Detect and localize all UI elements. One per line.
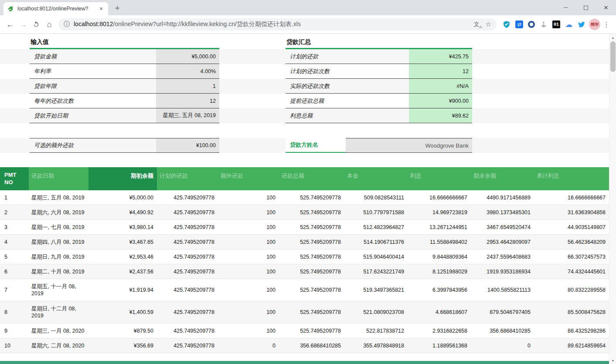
cell-scheduled-payment: 425.7495209778 bbox=[157, 249, 218, 264]
address-bar[interactable]: ⓘ localhost:8012/onlinePreview?url=http:… bbox=[58, 18, 497, 30]
profile-avatar[interactable]: 精华 bbox=[589, 19, 600, 30]
cell-interest: 6.3997843956 bbox=[408, 279, 471, 301]
new-tab-button[interactable]: + bbox=[112, 3, 123, 14]
cell-pmt-no: 5 bbox=[0, 249, 29, 264]
cell-principal: 512.4823964827 bbox=[344, 220, 408, 234]
col-header-scheduled-payment: 计划的还款 bbox=[157, 167, 218, 190]
input-label: 年利率 bbox=[30, 64, 156, 79]
tab-title: localhost:8012/onlinePreview? bbox=[17, 6, 94, 12]
cell-cumulative-interest: 16.6666666667 bbox=[534, 190, 609, 205]
cell-extra-payment: 100 bbox=[218, 279, 279, 301]
cell-total-payment: 525.7495209778 bbox=[279, 301, 344, 323]
input-value: ¥5,000.00 bbox=[156, 49, 219, 64]
cell-scheduled-payment: 425.7495209778 bbox=[157, 190, 218, 205]
cell-extra-payment: 100 bbox=[218, 220, 279, 234]
cell-begin-balance: ¥356.69 bbox=[88, 338, 157, 353]
cell-extra-payment: 100 bbox=[218, 264, 279, 279]
cell-end-balance: 2437.5596408683 bbox=[471, 249, 534, 264]
sheet-spacer-row bbox=[0, 153, 609, 167]
cell-total-payment: 525.7495209778 bbox=[279, 324, 344, 338]
cell-pmt-no: 4 bbox=[0, 235, 29, 249]
cell-date: 星期二, 十月 08, 2019 bbox=[29, 264, 88, 279]
browser-tab[interactable]: localhost:8012/onlinePreview? × bbox=[3, 2, 108, 15]
url-text: localhost:8012/onlinePreview?url=http://… bbox=[74, 20, 470, 28]
cell-begin-balance: ¥879.50 bbox=[88, 324, 157, 338]
close-button[interactable]: × bbox=[596, 0, 616, 15]
cloud-extension-icon[interactable]: ☁ bbox=[565, 20, 573, 28]
sheet-row: 贷款开始日期 星期三, 五月 08, 2019 利息总额 ¥89.62 bbox=[0, 108, 609, 123]
bird-extension-icon[interactable] bbox=[578, 20, 585, 28]
col-header-total-payment: 还款总额 bbox=[279, 167, 344, 190]
cell-principal: 522.817838712 bbox=[344, 324, 408, 338]
tab-close-icon[interactable]: × bbox=[98, 5, 105, 12]
input-value: 4.00% bbox=[156, 64, 219, 79]
cell-cumulative-interest: 31.6363904856 bbox=[534, 205, 609, 219]
ring-extension-icon[interactable] bbox=[528, 21, 535, 28]
cell-scheduled-payment: 425.7495209778 bbox=[157, 324, 218, 338]
cell-scheduled-payment: 425.7495209778 bbox=[157, 279, 218, 301]
bookmark-star-icon[interactable]: ☆ bbox=[486, 20, 491, 28]
scroll-down-icon[interactable]: ▼ bbox=[609, 357, 616, 364]
cell-end-balance: 356.6868410285 bbox=[471, 324, 534, 338]
cell-principal: 517.6243221749 bbox=[344, 264, 408, 279]
home-icon[interactable]: ⌂ bbox=[43, 18, 56, 31]
cell-date: 星期五, 十一月 08, 2019 bbox=[29, 279, 88, 301]
scroll-up-icon[interactable]: ▲ bbox=[609, 34, 616, 41]
cell-interest: 2.9316822658 bbox=[408, 324, 471, 338]
cell-pmt-no: 9 bbox=[0, 324, 29, 338]
cell-extra-payment: 0 bbox=[218, 338, 279, 353]
inputs-section-title: 输入值 bbox=[30, 37, 219, 49]
lender-name-label: 贷款方姓名 bbox=[286, 138, 346, 153]
cell-principal: 521.0809023708 bbox=[344, 301, 408, 323]
cell-pmt-no: 2 bbox=[0, 205, 29, 219]
cell-interest: 11.5588498402 bbox=[408, 235, 471, 249]
reload-icon[interactable] bbox=[30, 18, 43, 31]
col-header-end-balance: 期末余额 bbox=[471, 167, 534, 190]
maximize-button[interactable] bbox=[576, 0, 596, 15]
amortization-row: 5 星期日, 九月 08, 2019 ¥2,953.46 425.7495209… bbox=[0, 249, 609, 264]
browser-menu-icon[interactable]: ⋮ bbox=[600, 18, 613, 30]
cell-cumulative-interest: 85.5008475628 bbox=[534, 301, 609, 323]
translate-icon[interactable]: 文A bbox=[474, 20, 482, 28]
cell-pmt-no: 8 bbox=[0, 301, 29, 323]
cell-interest: 4.668618607 bbox=[408, 301, 471, 323]
amortization-row: 8 星期日, 十二月 08, 2019 ¥1,400.59 425.749520… bbox=[0, 301, 609, 324]
amortization-row: 3 星期一, 七月 08, 2019 ¥3,980.14 425.7495209… bbox=[0, 220, 609, 235]
col-header-begin-balance: 期初余额 bbox=[88, 167, 157, 190]
binary-extension-badge[interactable]: 01 bbox=[552, 20, 560, 28]
cell-date: 星期日, 十二月 08, 2019 bbox=[29, 301, 88, 323]
page-info-icon[interactable]: ⓘ bbox=[64, 20, 70, 28]
shield-extension-icon[interactable] bbox=[503, 20, 510, 28]
cell-extra-payment: 100 bbox=[218, 324, 279, 338]
summary-value: #N/A bbox=[409, 79, 472, 94]
cell-begin-balance: ¥5,000.00 bbox=[88, 190, 157, 205]
cell-end-balance: 4490.9171456889 bbox=[471, 190, 534, 205]
swap-extension-icon[interactable]: ⇄ bbox=[515, 20, 523, 28]
cell-end-balance: 1400.5855821113 bbox=[471, 279, 534, 301]
summary-value: ¥425.75 bbox=[409, 49, 472, 64]
cell-total-payment: 525.7495209778 bbox=[279, 279, 344, 301]
section-title-row: 输入值 贷款汇总 bbox=[0, 37, 609, 49]
cell-extra-payment: 100 bbox=[218, 205, 279, 219]
site-favicon-icon bbox=[7, 5, 14, 12]
cell-date: 星期四, 八月 08, 2019 bbox=[29, 235, 88, 249]
cell-interest: 1.1889561368 bbox=[408, 338, 471, 353]
cell-cumulative-interest: 80.8322289558 bbox=[534, 279, 609, 301]
amortization-header: PMT NO 还款日期 期初余额 计划的还款 额外还款 还款总额 本金 利息 期… bbox=[0, 167, 609, 190]
summary-section-title: 贷款汇总 bbox=[286, 37, 472, 49]
back-icon[interactable]: ← bbox=[3, 18, 17, 31]
cell-begin-balance: ¥4,490.92 bbox=[88, 205, 157, 219]
browser-toolbar: ← → ⌂ ⓘ localhost:8012/onlinePreview?url… bbox=[0, 15, 616, 34]
sheet-row: 贷款金额 ¥5,000.00 计划的还款 ¥425.75 bbox=[0, 49, 609, 64]
forward-icon[interactable]: → bbox=[17, 18, 30, 31]
minimize-button[interactable] bbox=[556, 0, 576, 15]
sheet-row: 年利率 4.00% 计划的还款次数 12 bbox=[0, 64, 609, 79]
page-content: 输入值 贷款汇总 贷款金额 ¥5,000.00 计划的还款 ¥425.75 年利… bbox=[0, 34, 616, 364]
summary-label: 计划的还款次数 bbox=[286, 64, 409, 79]
scrollbar-thumb[interactable] bbox=[610, 41, 616, 72]
vertical-scrollbar[interactable]: ▲ ▼ bbox=[609, 34, 616, 364]
cell-cumulative-interest: 56.4623648209 bbox=[534, 235, 609, 249]
input-label: 贷款金额 bbox=[30, 49, 156, 64]
anchor-extension-icon[interactable] bbox=[540, 20, 548, 28]
summary-label: 利息总额 bbox=[286, 108, 409, 123]
